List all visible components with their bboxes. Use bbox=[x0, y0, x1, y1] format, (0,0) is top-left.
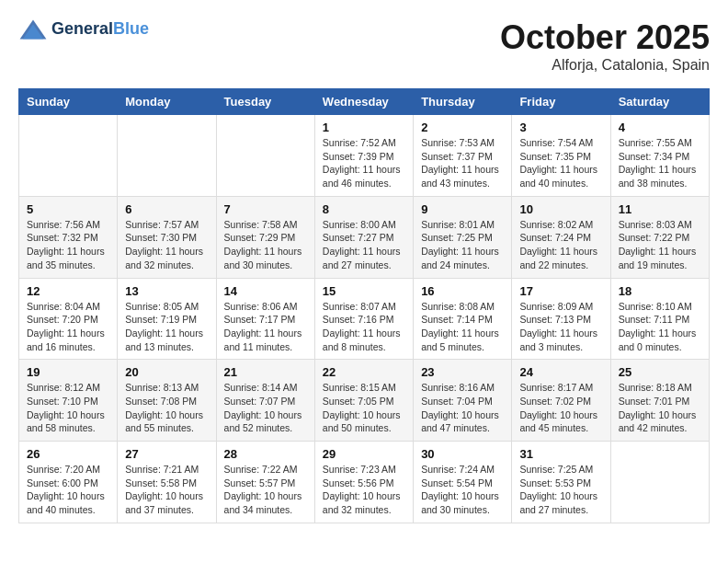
logo: GeneralBlue bbox=[18, 18, 149, 40]
day-number: 27 bbox=[125, 447, 208, 461]
page-header: GeneralBlue October 2025 Alforja, Catalo… bbox=[18, 18, 710, 74]
day-info: Sunrise: 7:22 AM Sunset: 5:57 PM Dayligh… bbox=[224, 463, 307, 517]
day-number: 2 bbox=[421, 121, 504, 134]
calendar-week-row: 5Sunrise: 7:56 AM Sunset: 7:32 PM Daylig… bbox=[19, 196, 710, 278]
day-info: Sunrise: 7:56 AM Sunset: 7:32 PM Dayligh… bbox=[27, 218, 109, 272]
calendar-cell: 8Sunrise: 8:00 AM Sunset: 7:27 PM Daylig… bbox=[314, 196, 413, 278]
calendar-cell: 24Sunrise: 8:17 AM Sunset: 7:02 PM Dayli… bbox=[512, 360, 610, 442]
day-info: Sunrise: 7:23 AM Sunset: 5:56 PM Dayligh… bbox=[323, 463, 405, 517]
weekday-header-cell: Sunday bbox=[19, 89, 118, 115]
calendar-cell: 22Sunrise: 8:15 AM Sunset: 7:05 PM Dayli… bbox=[314, 360, 413, 442]
day-number: 17 bbox=[519, 284, 602, 298]
day-number: 10 bbox=[519, 202, 602, 216]
calendar-cell: 1Sunrise: 7:52 AM Sunset: 7:39 PM Daylig… bbox=[314, 115, 413, 197]
calendar-cell: 30Sunrise: 7:24 AM Sunset: 5:54 PM Dayli… bbox=[414, 442, 512, 523]
day-number: 1 bbox=[323, 121, 405, 134]
calendar-cell: 10Sunrise: 8:02 AM Sunset: 7:24 PM Dayli… bbox=[512, 196, 610, 278]
calendar-cell: 28Sunrise: 7:22 AM Sunset: 5:57 PM Dayli… bbox=[216, 442, 314, 523]
day-number: 15 bbox=[323, 284, 405, 298]
calendar-cell: 25Sunrise: 8:18 AM Sunset: 7:01 PM Dayli… bbox=[610, 360, 709, 442]
day-number: 20 bbox=[125, 365, 208, 379]
calendar-cell bbox=[19, 115, 118, 197]
calendar-cell: 21Sunrise: 8:14 AM Sunset: 7:07 PM Dayli… bbox=[216, 360, 314, 442]
month-title: October 2025 bbox=[500, 18, 710, 57]
calendar-cell: 31Sunrise: 7:25 AM Sunset: 5:53 PM Dayli… bbox=[512, 442, 610, 523]
day-number: 6 bbox=[125, 202, 208, 216]
weekday-header-cell: Monday bbox=[118, 89, 216, 115]
day-info: Sunrise: 7:21 AM Sunset: 5:58 PM Dayligh… bbox=[125, 463, 208, 517]
day-number: 14 bbox=[224, 284, 307, 298]
day-info: Sunrise: 8:00 AM Sunset: 7:27 PM Dayligh… bbox=[323, 218, 405, 272]
day-info: Sunrise: 7:52 AM Sunset: 7:39 PM Dayligh… bbox=[323, 136, 405, 190]
day-info: Sunrise: 8:01 AM Sunset: 7:25 PM Dayligh… bbox=[421, 218, 504, 272]
day-number: 13 bbox=[125, 284, 208, 298]
calendar-cell: 9Sunrise: 8:01 AM Sunset: 7:25 PM Daylig… bbox=[414, 196, 512, 278]
day-info: Sunrise: 8:04 AM Sunset: 7:20 PM Dayligh… bbox=[27, 300, 109, 354]
weekday-header-cell: Saturday bbox=[610, 89, 709, 115]
calendar-cell: 3Sunrise: 7:54 AM Sunset: 7:35 PM Daylig… bbox=[512, 115, 610, 197]
day-info: Sunrise: 8:10 AM Sunset: 7:11 PM Dayligh… bbox=[619, 300, 701, 354]
day-number: 12 bbox=[27, 284, 109, 298]
day-info: Sunrise: 8:13 AM Sunset: 7:08 PM Dayligh… bbox=[125, 381, 208, 435]
calendar-week-row: 26Sunrise: 7:20 AM Sunset: 6:00 PM Dayli… bbox=[19, 442, 710, 523]
calendar-cell: 14Sunrise: 8:06 AM Sunset: 7:17 PM Dayli… bbox=[216, 278, 314, 360]
day-info: Sunrise: 7:20 AM Sunset: 6:00 PM Dayligh… bbox=[27, 463, 109, 517]
day-info: Sunrise: 7:54 AM Sunset: 7:35 PM Dayligh… bbox=[519, 136, 602, 190]
day-number: 29 bbox=[323, 447, 405, 461]
day-number: 31 bbox=[519, 447, 602, 461]
day-number: 7 bbox=[224, 202, 307, 216]
calendar-cell bbox=[216, 115, 314, 197]
day-number: 19 bbox=[27, 365, 109, 379]
day-info: Sunrise: 7:57 AM Sunset: 7:30 PM Dayligh… bbox=[125, 218, 208, 272]
day-number: 16 bbox=[421, 284, 504, 298]
day-info: Sunrise: 8:18 AM Sunset: 7:01 PM Dayligh… bbox=[619, 381, 701, 435]
day-info: Sunrise: 8:06 AM Sunset: 7:17 PM Dayligh… bbox=[224, 300, 307, 354]
title-block: October 2025 Alforja, Catalonia, Spain bbox=[500, 18, 710, 74]
weekday-header-cell: Wednesday bbox=[314, 89, 413, 115]
day-info: Sunrise: 8:05 AM Sunset: 7:19 PM Dayligh… bbox=[125, 300, 208, 354]
calendar-cell bbox=[610, 442, 709, 523]
weekday-header-cell: Tuesday bbox=[216, 89, 314, 115]
day-number: 5 bbox=[27, 202, 109, 216]
day-info: Sunrise: 8:09 AM Sunset: 7:13 PM Dayligh… bbox=[519, 300, 602, 354]
day-number: 18 bbox=[619, 284, 701, 298]
calendar-cell: 23Sunrise: 8:16 AM Sunset: 7:04 PM Dayli… bbox=[414, 360, 512, 442]
calendar-cell: 7Sunrise: 7:58 AM Sunset: 7:29 PM Daylig… bbox=[216, 196, 314, 278]
day-number: 4 bbox=[619, 121, 701, 134]
logo-icon bbox=[18, 18, 48, 40]
calendar-body: 1Sunrise: 7:52 AM Sunset: 7:39 PM Daylig… bbox=[19, 115, 710, 523]
day-number: 28 bbox=[224, 447, 307, 461]
calendar-cell: 20Sunrise: 8:13 AM Sunset: 7:08 PM Dayli… bbox=[118, 360, 216, 442]
day-info: Sunrise: 8:07 AM Sunset: 7:16 PM Dayligh… bbox=[323, 300, 405, 354]
day-number: 30 bbox=[421, 447, 504, 461]
day-info: Sunrise: 8:12 AM Sunset: 7:10 PM Dayligh… bbox=[27, 381, 109, 435]
day-info: Sunrise: 7:55 AM Sunset: 7:34 PM Dayligh… bbox=[619, 136, 701, 190]
day-info: Sunrise: 8:03 AM Sunset: 7:22 PM Dayligh… bbox=[619, 218, 701, 272]
calendar-cell: 19Sunrise: 8:12 AM Sunset: 7:10 PM Dayli… bbox=[19, 360, 118, 442]
day-info: Sunrise: 8:15 AM Sunset: 7:05 PM Dayligh… bbox=[323, 381, 405, 435]
calendar-cell: 11Sunrise: 8:03 AM Sunset: 7:22 PM Dayli… bbox=[610, 196, 709, 278]
day-info: Sunrise: 7:58 AM Sunset: 7:29 PM Dayligh… bbox=[224, 218, 307, 272]
calendar-week-row: 1Sunrise: 7:52 AM Sunset: 7:39 PM Daylig… bbox=[19, 115, 710, 197]
day-number: 9 bbox=[421, 202, 504, 216]
weekday-header-cell: Thursday bbox=[414, 89, 512, 115]
day-number: 8 bbox=[323, 202, 405, 216]
calendar-cell: 5Sunrise: 7:56 AM Sunset: 7:32 PM Daylig… bbox=[19, 196, 118, 278]
logo-text: GeneralBlue bbox=[51, 20, 149, 39]
day-info: Sunrise: 8:02 AM Sunset: 7:24 PM Dayligh… bbox=[519, 218, 602, 272]
calendar-cell: 29Sunrise: 7:23 AM Sunset: 5:56 PM Dayli… bbox=[314, 442, 413, 523]
weekday-header-row: SundayMondayTuesdayWednesdayThursdayFrid… bbox=[19, 89, 710, 115]
day-number: 24 bbox=[519, 365, 602, 379]
day-number: 22 bbox=[323, 365, 405, 379]
day-info: Sunrise: 7:53 AM Sunset: 7:37 PM Dayligh… bbox=[421, 136, 504, 190]
day-info: Sunrise: 7:25 AM Sunset: 5:53 PM Dayligh… bbox=[519, 463, 602, 517]
calendar-cell: 26Sunrise: 7:20 AM Sunset: 6:00 PM Dayli… bbox=[19, 442, 118, 523]
location: Alforja, Catalonia, Spain bbox=[500, 57, 710, 74]
day-number: 26 bbox=[27, 447, 109, 461]
day-number: 23 bbox=[421, 365, 504, 379]
day-info: Sunrise: 8:16 AM Sunset: 7:04 PM Dayligh… bbox=[421, 381, 504, 435]
calendar-cell: 18Sunrise: 8:10 AM Sunset: 7:11 PM Dayli… bbox=[610, 278, 709, 360]
calendar-cell: 6Sunrise: 7:57 AM Sunset: 7:30 PM Daylig… bbox=[118, 196, 216, 278]
day-info: Sunrise: 8:17 AM Sunset: 7:02 PM Dayligh… bbox=[519, 381, 602, 435]
day-number: 11 bbox=[619, 202, 701, 216]
